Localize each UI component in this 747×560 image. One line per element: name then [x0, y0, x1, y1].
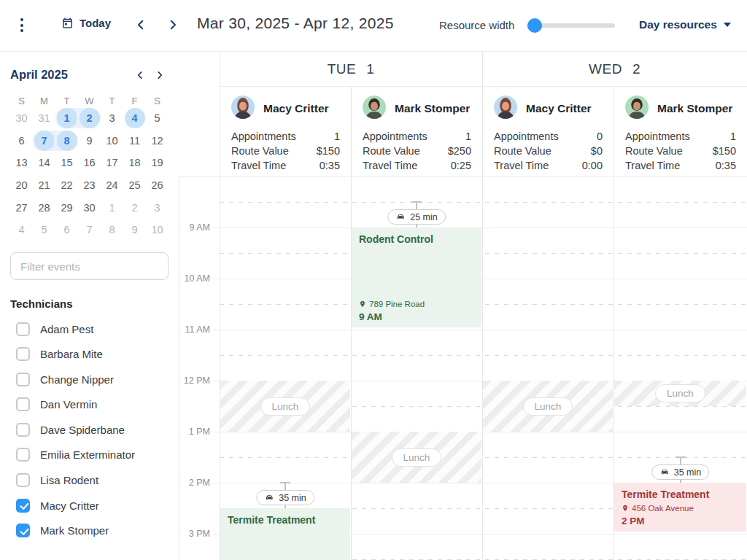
prev-button[interactable]: [134, 18, 149, 33]
grid-half-hour-line: [220, 304, 747, 305]
stat-value: 0: [597, 129, 603, 144]
mini-calendar-day[interactable]: 30: [78, 196, 101, 219]
stat-value: $250: [448, 144, 471, 158]
mini-calendar-day[interactable]: 17: [101, 152, 123, 174]
mini-calendar-day[interactable]: 5: [33, 219, 55, 241]
mini-calendar-day[interactable]: 6: [55, 219, 78, 241]
mini-calendar-day[interactable]: 25: [123, 174, 146, 197]
mini-calendar-day[interactable]: 27: [10, 196, 33, 219]
resource-name: Macy Critter: [526, 102, 592, 115]
mini-calendar-day[interactable]: 1: [101, 196, 123, 219]
mini-calendar-day[interactable]: 2: [123, 196, 146, 219]
stat-label: Travel Time: [625, 158, 680, 173]
technician-checkbox[interactable]: [16, 423, 30, 437]
technician-row[interactable]: Dan Vermin: [16, 397, 135, 412]
mini-calendar-day[interactable]: 10: [101, 130, 123, 152]
stat-label: Route Value: [494, 144, 551, 158]
mini-calendar-day[interactable]: 28: [33, 196, 55, 219]
appointment-event[interactable]: Termite Treatment456 Oak Avenue2 PM: [614, 483, 746, 532]
next-button[interactable]: [166, 18, 181, 33]
chevron-down-icon: [724, 23, 731, 27]
lunch-block[interactable]: Lunch: [352, 432, 481, 483]
mini-calendar-day[interactable]: 1: [55, 107, 78, 130]
stat-row: Appointments0: [494, 129, 603, 144]
mini-calendar-day[interactable]: 31: [33, 107, 55, 130]
mini-calendar-day[interactable]: 14: [33, 152, 55, 174]
technician-checkbox[interactable]: [16, 347, 30, 361]
mini-calendar-day[interactable]: 20: [10, 174, 33, 197]
technician-row[interactable]: Adam Pest: [16, 322, 135, 336]
mini-calendar-day[interactable]: 29: [55, 196, 78, 219]
resource-header-top: Macy Critter: [220, 86, 351, 122]
mini-calendar-day[interactable]: 7: [33, 130, 55, 152]
technician-row[interactable]: Dave Spiderbane: [16, 422, 135, 437]
weekday-label: S: [10, 95, 33, 107]
mini-calendar-day[interactable]: 19: [146, 152, 169, 174]
technician-checkbox[interactable]: [16, 499, 30, 513]
event-location-text: 789 Pine Road: [369, 300, 425, 308]
technician-checkbox[interactable]: [16, 397, 30, 411]
mini-calendar-prev-button[interactable]: [135, 70, 147, 82]
stat-row: Appointments1: [625, 129, 736, 144]
technician-checkbox[interactable]: [16, 373, 30, 386]
mini-calendar-day[interactable]: 8: [101, 219, 123, 241]
mini-calendar-day[interactable]: 6: [10, 130, 33, 152]
mini-calendar-day[interactable]: 2: [78, 107, 101, 130]
event-location-text: 456 Oak Avenue: [632, 504, 694, 513]
mini-calendar-next-button[interactable]: [155, 70, 166, 82]
mini-calendar-day[interactable]: 16: [78, 152, 101, 174]
lunch-block[interactable]: Lunch: [483, 381, 613, 432]
view-selector[interactable]: Day resources: [639, 18, 731, 31]
stat-label: Appointments: [494, 129, 559, 144]
mini-calendar-day[interactable]: 22: [55, 174, 78, 197]
stat-label: Route Value: [363, 144, 420, 158]
mini-calendar-day[interactable]: 3: [101, 107, 123, 130]
mini-calendar-day[interactable]: 5: [146, 107, 169, 130]
mini-calendar-day[interactable]: 15: [55, 152, 78, 174]
technician-checkbox[interactable]: [16, 448, 30, 462]
technician-row[interactable]: Emilia Exterminator: [16, 448, 135, 462]
menu-kebab-icon[interactable]: [20, 18, 23, 32]
mini-calendar-day[interactable]: 8: [55, 130, 78, 152]
resource-name: Mark Stomper: [657, 102, 732, 115]
technician-row[interactable]: Lisa Rodent: [16, 473, 135, 488]
grid-half-hour-line: [220, 202, 747, 203]
mini-calendar-day[interactable]: 9: [123, 219, 146, 241]
technician-checkbox[interactable]: [16, 322, 30, 336]
technician-checkbox[interactable]: [16, 473, 30, 487]
mini-calendar-day[interactable]: 13: [10, 152, 33, 174]
mini-calendar-day[interactable]: 23: [78, 174, 101, 197]
technician-checkbox[interactable]: [16, 524, 30, 537]
mini-calendar-day[interactable]: 3: [146, 196, 169, 219]
grid-half-hour-line: [220, 355, 747, 356]
mini-calendar-day[interactable]: 26: [146, 174, 169, 197]
mini-calendar-day[interactable]: 12: [146, 130, 169, 152]
mini-calendar-day[interactable]: 21: [33, 174, 55, 197]
stat-value: 1: [465, 129, 471, 144]
mini-calendar-day[interactable]: 11: [123, 130, 146, 152]
mini-calendar-day[interactable]: 4: [10, 219, 33, 241]
filter-events-input[interactable]: [10, 252, 169, 280]
mini-calendar-day[interactable]: 30: [10, 107, 33, 130]
mini-calendar-day[interactable]: 9: [78, 130, 101, 152]
mini-calendar-day[interactable]: 18: [123, 152, 146, 174]
slider-thumb[interactable]: [527, 18, 542, 33]
mini-calendar-day[interactable]: 10: [146, 219, 169, 241]
appointment-event[interactable]: Termite Treatment: [220, 508, 350, 560]
mini-calendar-day[interactable]: 4: [123, 107, 146, 130]
technician-row[interactable]: Macy Critter: [16, 498, 135, 513]
today-button[interactable]: Today: [61, 17, 111, 29]
technician-row[interactable]: Mark Stomper: [16, 524, 135, 538]
grid-half-hour-line: [220, 253, 747, 254]
lunch-block[interactable]: Lunch: [614, 381, 746, 406]
technician-row[interactable]: Barbara Mite: [16, 347, 135, 362]
lunch-block[interactable]: Lunch: [220, 381, 350, 432]
mini-calendar-day[interactable]: 7: [78, 219, 101, 241]
technician-row[interactable]: Change Nipper: [16, 372, 135, 386]
mini-calendar-day[interactable]: 24: [101, 174, 123, 197]
resource-width-slider[interactable]: [527, 23, 615, 28]
lunch-label: Lunch: [260, 397, 311, 416]
stat-row: Travel Time0:35: [625, 158, 736, 173]
appointment-event[interactable]: Rodent Control789 Pine Road9 AM: [352, 228, 481, 327]
grid-hour-line: [179, 176, 747, 177]
